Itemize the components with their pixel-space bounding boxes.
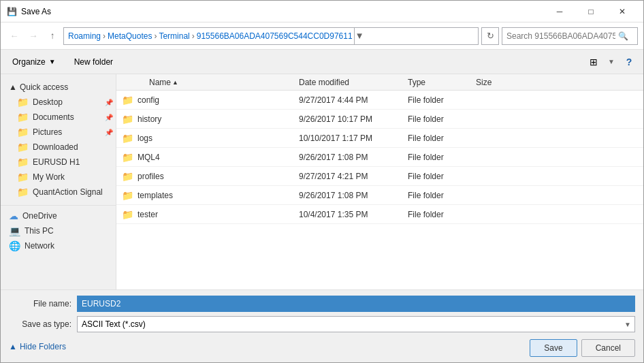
- folder-icon: 📁: [122, 133, 133, 144]
- search-box[interactable]: 🔍: [502, 27, 638, 45]
- maximize-button[interactable]: □: [575, 1, 607, 22]
- file-type: File folder: [408, 133, 476, 143]
- close-button[interactable]: ✕: [607, 1, 638, 22]
- table-row[interactable]: 📁 templates 9/26/2017 1:08 PM File folde…: [116, 186, 643, 205]
- search-icon: 🔍: [618, 31, 628, 41]
- pin-icon-desktop: 📌: [105, 99, 113, 106]
- sidebar-item-thispc[interactable]: 💻 This PC: [1, 223, 116, 238]
- breadcrumb-hash[interactable]: 915566BA06ADA407569C544CC0D97611: [197, 31, 353, 41]
- table-row[interactable]: 📁 history 9/26/2017 10:17 PM File folder: [116, 110, 643, 129]
- column-header-name[interactable]: Name ▲: [122, 78, 299, 87]
- table-row[interactable]: 📁 tester 10/4/2017 1:35 PM File folder: [116, 205, 643, 224]
- address-bar: ← → ↑ Roaming › MetaQuotes › Terminal › …: [1, 22, 643, 50]
- folder-icon: 📁: [122, 152, 133, 163]
- file-name: history: [138, 114, 161, 124]
- organize-label: Organize: [12, 57, 46, 67]
- minimize-button[interactable]: ─: [544, 1, 575, 22]
- onedrive-icon: ☁: [9, 210, 18, 221]
- column-header-size[interactable]: Size: [476, 78, 530, 87]
- quick-access-label: Quick access: [20, 82, 68, 92]
- hide-folders-button[interactable]: ▲ Hide Folders: [9, 339, 66, 354]
- hide-folders-chevron: ▲: [9, 342, 17, 351]
- dialog-buttons: Save Cancel: [530, 339, 635, 357]
- view-button[interactable]: ⊞: [585, 53, 602, 71]
- sidebar-item-quantaction[interactable]: 📁 QuantAction Signal: [1, 185, 116, 200]
- table-row[interactable]: 📁 config 9/27/2017 4:44 PM File folder: [116, 91, 643, 110]
- saveastype-row: Save as type: ASCII Text (*.csv)CSV (*.c…: [9, 316, 635, 332]
- breadcrumb-metaquotes[interactable]: MetaQuotes: [108, 31, 152, 41]
- sidebar-item-mywork[interactable]: 📁 My Work: [1, 170, 116, 185]
- new-folder-label: New folder: [74, 57, 113, 67]
- file-type: File folder: [408, 153, 476, 162]
- sidebar-item-onedrive[interactable]: ☁ OneDrive: [1, 208, 116, 223]
- refresh-button[interactable]: ↻: [481, 27, 499, 45]
- sidebar-item-eurusd[interactable]: 📁 EURUSD H1: [1, 155, 116, 170]
- filename-input[interactable]: [77, 296, 635, 312]
- quantaction-label: QuantAction Signal: [33, 187, 103, 197]
- saveastype-select[interactable]: ASCII Text (*.csv)CSV (*.csv)Text Files …: [77, 316, 635, 332]
- help-button[interactable]: ?: [620, 53, 638, 71]
- breadcrumb-sep-2: ›: [154, 31, 157, 41]
- file-name: profiles: [138, 172, 164, 181]
- file-name: logs: [138, 133, 152, 143]
- downloaded-icon: 📁: [17, 142, 29, 153]
- up-button[interactable]: ↑: [44, 28, 61, 44]
- bottom-area: File name: Save as type: ASCII Text (*.c…: [1, 289, 643, 362]
- file-date: 9/27/2017 4:21 PM: [299, 172, 408, 181]
- file-name: tester: [138, 210, 158, 219]
- thispc-label: This PC: [25, 226, 54, 236]
- file-type: File folder: [408, 114, 476, 124]
- search-input[interactable]: [506, 31, 615, 41]
- column-header-type[interactable]: Type: [408, 78, 476, 87]
- title-icon: 💾: [6, 6, 17, 17]
- saveastype-select-wrapper[interactable]: ASCII Text (*.csv)CSV (*.csv)Text Files …: [77, 316, 635, 332]
- network-label: Network: [25, 241, 54, 251]
- pictures-label: Pictures: [33, 127, 62, 137]
- pin-icon-pictures: 📌: [105, 129, 113, 136]
- pictures-icon: 📁: [17, 127, 29, 138]
- new-folder-button[interactable]: New folder: [68, 53, 119, 71]
- sidebar-item-downloaded[interactable]: 📁 Downloaded: [1, 140, 116, 155]
- file-list: Name ▲ Date modified Type Size 📁 config …: [116, 74, 643, 289]
- breadcrumb-dropdown-button[interactable]: ▼: [354, 27, 365, 45]
- breadcrumb-bar[interactable]: Roaming › MetaQuotes › Terminal › 915566…: [63, 27, 479, 45]
- breadcrumb-sep-3: ›: [192, 31, 195, 41]
- table-row[interactable]: 📁 MQL4 9/26/2017 1:08 PM File folder: [116, 148, 643, 167]
- back-button[interactable]: ←: [6, 28, 22, 44]
- breadcrumb-terminal[interactable]: Terminal: [159, 31, 189, 41]
- file-list-header: Name ▲ Date modified Type Size: [116, 74, 643, 91]
- file-date: 10/4/2017 1:35 PM: [299, 210, 408, 219]
- file-type: File folder: [408, 191, 476, 200]
- file-date: 9/26/2017 10:17 PM: [299, 114, 408, 124]
- file-date: 10/10/2017 1:17 PM: [299, 133, 408, 143]
- main-content: ▲ Quick access 📁 Desktop 📌 📁 Documents 📌…: [1, 74, 643, 289]
- breadcrumb-roaming[interactable]: Roaming: [68, 31, 101, 41]
- sidebar-item-documents[interactable]: 📁 Documents 📌: [1, 110, 116, 125]
- organize-dropdown-icon: ▼: [48, 58, 57, 65]
- sidebar-item-pictures[interactable]: 📁 Pictures 📌: [1, 125, 116, 140]
- filename-label: File name:: [9, 299, 77, 309]
- save-button[interactable]: Save: [530, 339, 577, 357]
- folder-icon: 📁: [122, 209, 133, 220]
- toolbar: Organize ▼ New folder ⊞ ▼ ?: [1, 50, 643, 74]
- eurusd-label: EURUSD H1: [33, 157, 80, 167]
- file-type: File folder: [408, 172, 476, 181]
- forward-button[interactable]: →: [25, 28, 42, 44]
- folder-icon: 📁: [122, 95, 133, 106]
- desktop-label: Desktop: [33, 97, 63, 107]
- column-header-date[interactable]: Date modified: [299, 78, 408, 87]
- organize-button[interactable]: Organize ▼: [6, 53, 63, 71]
- saveastype-label: Save as type:: [9, 319, 77, 329]
- sidebar-item-network[interactable]: 🌐 Network: [1, 238, 116, 253]
- sidebar: ▲ Quick access 📁 Desktop 📌 📁 Documents 📌…: [1, 74, 116, 289]
- table-row[interactable]: 📁 logs 10/10/2017 1:17 PM File folder: [116, 129, 643, 148]
- sidebar-item-desktop[interactable]: 📁 Desktop 📌: [1, 95, 116, 110]
- title-bar: 💾 Save As ─ □ ✕: [1, 1, 643, 22]
- cancel-button[interactable]: Cancel: [581, 339, 635, 357]
- quantaction-icon: 📁: [17, 187, 29, 198]
- view-dropdown-icon: ▼: [608, 58, 615, 65]
- quick-access-header[interactable]: ▲ Quick access: [1, 80, 116, 95]
- table-row[interactable]: 📁 profiles 9/27/2017 4:21 PM File folder: [116, 167, 643, 186]
- breadcrumb-sep-1: ›: [103, 31, 106, 41]
- filename-row: File name:: [9, 296, 635, 312]
